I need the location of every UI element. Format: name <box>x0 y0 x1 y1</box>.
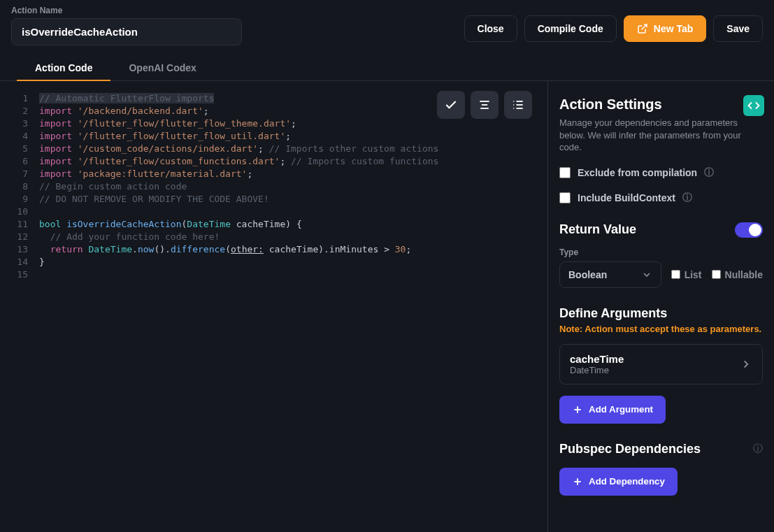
type-label: Type <box>559 247 763 257</box>
line-number: 9 <box>0 193 39 206</box>
code-line[interactable]: 14} <box>0 256 547 268</box>
argument-type: DateTime <box>570 365 624 375</box>
line-number: 8 <box>0 180 39 193</box>
format-list-button[interactable] <box>504 91 532 119</box>
line-number: 10 <box>0 206 39 218</box>
argument-name: cacheTime <box>570 353 624 365</box>
save-button[interactable]: Save <box>713 15 763 42</box>
line-number: 13 <box>0 243 39 256</box>
chevron-right-icon <box>740 358 752 371</box>
line-number: 14 <box>0 256 39 268</box>
code-line[interactable]: 15 <box>0 268 547 281</box>
line-number: 15 <box>0 268 39 281</box>
action-settings-title: Action Settings <box>559 96 763 113</box>
include-context-row[interactable]: Include BuildContext ⓘ <box>559 192 763 204</box>
code-line[interactable]: 11bool isOverrideCacheAction(DateTime ca… <box>0 218 547 231</box>
action-name-label: Action Name <box>11 6 242 15</box>
exclude-compilation-row[interactable]: Exclude from compilation ⓘ <box>559 166 763 179</box>
pubspec-title: Pubspec Dependencies <box>559 442 701 456</box>
line-number: 5 <box>0 143 39 155</box>
plus-icon <box>572 404 583 415</box>
exclude-compilation-checkbox[interactable] <box>559 167 571 178</box>
info-icon: ⓘ <box>682 192 692 204</box>
include-context-checkbox[interactable] <box>559 192 571 203</box>
return-value-title: Return Value <box>559 222 636 237</box>
align-center-icon <box>478 98 492 112</box>
plus-icon <box>572 476 583 487</box>
code-line[interactable]: 9// DO NOT REMOVE OR MODIFY THE CODE ABO… <box>0 193 547 206</box>
add-argument-label: Add Argument <box>589 404 653 415</box>
action-name-input[interactable] <box>11 18 242 45</box>
new-tab-button[interactable]: New Tab <box>624 15 707 42</box>
list-label: List <box>685 269 702 280</box>
new-tab-label: New Tab <box>654 23 694 34</box>
define-arguments-title: Define Arguments <box>559 306 667 321</box>
list-checkbox[interactable] <box>671 270 680 279</box>
line-number: 1 <box>0 92 39 105</box>
tab-action-code[interactable]: Action Code <box>17 55 110 80</box>
check-icon <box>444 98 458 112</box>
nullable-checkbox[interactable] <box>712 270 721 279</box>
add-argument-button[interactable]: Add Argument <box>559 396 666 424</box>
code-line[interactable]: 3import '/flutter_flow/flutter_flow_them… <box>0 117 547 130</box>
code-line[interactable]: 7import 'package:flutter/material.dart'; <box>0 168 547 180</box>
align-center-button[interactable] <box>471 91 499 119</box>
code-line[interactable]: 6import '/flutter_flow/custom_functions.… <box>0 155 547 168</box>
code-line[interactable]: 13 return DateTime.now().difference(othe… <box>0 243 547 256</box>
arguments-note: Note: Action must accept these as parame… <box>559 324 763 334</box>
exclude-compilation-label: Exclude from compilation <box>578 167 697 178</box>
type-select-value: Boolean <box>568 269 607 280</box>
include-context-label: Include BuildContext <box>578 192 675 203</box>
type-select[interactable]: Boolean <box>559 261 661 288</box>
line-number: 6 <box>0 155 39 168</box>
open-external-icon <box>637 23 648 34</box>
add-dependency-button[interactable]: Add Dependency <box>559 468 678 496</box>
code-line[interactable]: 12 // Add your function code here! <box>0 231 547 243</box>
line-number: 2 <box>0 105 39 117</box>
info-icon: ⓘ <box>704 166 714 179</box>
code-slash-icon <box>747 99 760 112</box>
format-list-icon <box>511 98 525 112</box>
nullable-option[interactable]: Nullable <box>712 269 763 280</box>
tab-openai-codex[interactable]: OpenAI Codex <box>110 55 214 80</box>
line-number: 3 <box>0 117 39 130</box>
close-button[interactable]: Close <box>464 15 517 42</box>
check-button[interactable] <box>437 91 465 119</box>
list-option[interactable]: List <box>671 269 702 280</box>
code-line[interactable]: 4import '/flutter_flow/flutter_flow_util… <box>0 130 547 143</box>
code-badge-button[interactable] <box>743 95 764 116</box>
code-line[interactable]: 5import '/custom_code/actions/index.dart… <box>0 143 547 155</box>
code-line[interactable]: 8// Begin custom action code <box>0 180 547 193</box>
tabs: Action Code OpenAI Codex <box>0 45 774 81</box>
code-line[interactable]: 10 <box>0 206 547 218</box>
info-icon: ⓘ <box>753 443 763 455</box>
line-number: 7 <box>0 168 39 180</box>
chevron-down-icon <box>641 269 652 280</box>
action-settings-subtitle: Manage your dependencies and parameters … <box>559 117 763 154</box>
line-number: 11 <box>0 218 39 231</box>
line-number: 12 <box>0 231 39 243</box>
add-dependency-label: Add Dependency <box>589 476 665 487</box>
nullable-label: Nullable <box>725 269 763 280</box>
line-number: 4 <box>0 130 39 143</box>
argument-card[interactable]: cacheTime DateTime <box>559 344 763 384</box>
compile-code-button[interactable]: Compile Code <box>524 15 617 42</box>
return-value-toggle[interactable] <box>735 222 763 238</box>
